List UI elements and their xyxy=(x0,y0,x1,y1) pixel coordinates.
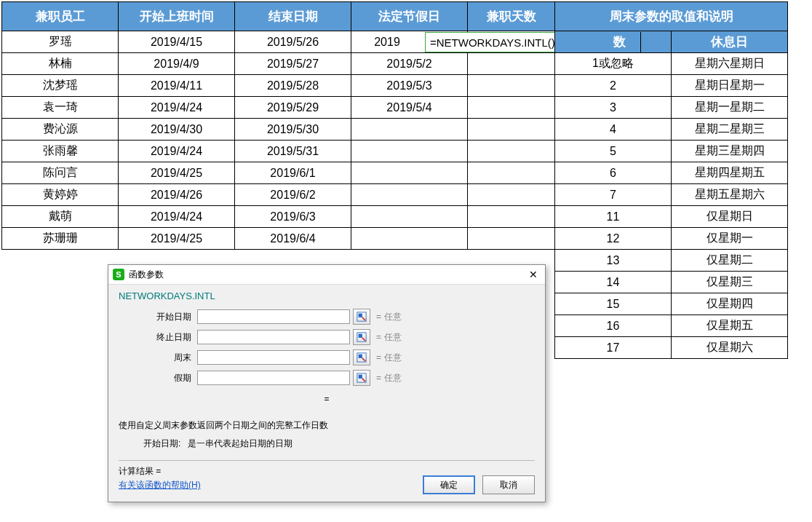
cell[interactable]: 2019/4/24 xyxy=(119,141,235,162)
cell[interactable]: 2019/5/3 xyxy=(351,75,468,97)
cell[interactable]: 13 xyxy=(555,250,672,272)
cell[interactable]: 2019/5/31 xyxy=(235,141,351,162)
cell[interactable]: 星期一星期二 xyxy=(672,97,788,119)
cell[interactable]: 仅星期一 xyxy=(672,228,788,250)
cell[interactable]: 7 xyxy=(555,184,672,206)
cell[interactable]: 2019/4/25 xyxy=(119,228,235,250)
cell[interactable]: 2019/5/4 xyxy=(351,97,468,119)
table-row[interactable]: 沈梦瑶2019/4/112019/5/282019/5/3 xyxy=(2,75,555,97)
cell-days[interactable] xyxy=(468,141,555,162)
col-holiday[interactable]: 法定节假日 xyxy=(351,2,468,31)
cell[interactable]: 11 xyxy=(555,206,672,228)
cell[interactable]: 5 xyxy=(555,141,672,162)
cell[interactable]: 15 xyxy=(555,293,672,315)
cell[interactable]: 星期五星期六 xyxy=(672,184,788,206)
cell[interactable]: 2019/5/28 xyxy=(235,75,351,97)
cell[interactable]: 仅星期六 xyxy=(672,337,788,359)
table-row[interactable]: 费沁源2019/4/302019/5/30 xyxy=(2,119,555,141)
cell[interactable] xyxy=(351,228,468,250)
cell[interactable]: 苏珊珊 xyxy=(2,228,119,250)
cell[interactable]: 2019/4/25 xyxy=(119,162,235,184)
cell[interactable]: 2 xyxy=(555,75,672,97)
table-row[interactable]: 4星期二星期三 xyxy=(555,119,788,141)
range-picker-icon[interactable] xyxy=(353,309,370,325)
table-row[interactable]: 3星期一星期二 xyxy=(555,97,788,119)
cell[interactable]: 16 xyxy=(555,315,672,337)
cell[interactable] xyxy=(351,184,468,206)
cell[interactable]: 6 xyxy=(555,162,672,184)
cell[interactable] xyxy=(351,162,468,184)
cell-days[interactable] xyxy=(468,97,555,119)
col-param-visible[interactable]: 数 xyxy=(598,32,641,53)
arg-input[interactable] xyxy=(197,309,350,324)
cell[interactable]: 张雨馨 xyxy=(2,141,119,162)
cell-days[interactable] xyxy=(468,184,555,206)
range-picker-icon[interactable] xyxy=(353,329,370,345)
table-row[interactable]: 袁一琦2019/4/242019/5/292019/5/4 xyxy=(2,97,555,119)
cell-days[interactable] xyxy=(468,228,555,250)
cell[interactable]: 仅星期三 xyxy=(672,272,788,293)
cell[interactable]: 2019/4/9 xyxy=(119,53,235,75)
cell[interactable]: 2019/4/24 xyxy=(119,206,235,228)
cell-days[interactable] xyxy=(468,75,555,97)
cell[interactable] xyxy=(351,119,468,141)
cell[interactable]: 仅星期日 xyxy=(672,206,788,228)
cell[interactable]: 2019/5/2 xyxy=(351,53,468,75)
cell[interactable]: 费沁源 xyxy=(2,119,119,141)
cell[interactable]: 2019/5/29 xyxy=(235,97,351,119)
table-row[interactable]: 张雨馨2019/4/242019/5/31 xyxy=(2,141,555,162)
ok-button[interactable]: 确定 xyxy=(423,475,475,494)
cell[interactable]: 2019/6/2 xyxy=(235,184,351,206)
cell[interactable] xyxy=(351,206,468,228)
cell[interactable]: 12 xyxy=(555,228,672,250)
table-row[interactable]: 15仅星期四 xyxy=(555,293,788,315)
cell[interactable]: 2019/4/24 xyxy=(119,97,235,119)
arg-input[interactable] xyxy=(197,350,350,365)
weekend-table[interactable]: 周末参数的取值和说明 休息日 1或忽略星期六星期日2星期日星期一3星期一星期二4… xyxy=(554,1,788,359)
cell[interactable]: 4 xyxy=(555,119,672,141)
cell-days[interactable] xyxy=(468,162,555,184)
close-icon[interactable]: ✕ xyxy=(526,265,541,284)
cell[interactable]: 沈梦瑶 xyxy=(2,75,119,97)
cell[interactable]: 袁一琦 xyxy=(2,97,119,119)
arg-input[interactable] xyxy=(197,371,350,385)
cell[interactable]: 黄婷婷 xyxy=(2,184,119,206)
table-row[interactable]: 5星期三星期四 xyxy=(555,141,788,162)
cell[interactable]: 林楠 xyxy=(2,53,119,75)
col-start[interactable]: 开始上班时间 xyxy=(119,2,235,31)
table-row[interactable]: 11仅星期日 xyxy=(555,206,788,228)
cell[interactable]: 14 xyxy=(555,272,672,293)
col-rest[interactable]: 休息日 xyxy=(672,31,788,53)
table-row[interactable]: 林楠2019/4/92019/5/272019/5/2 xyxy=(2,53,555,75)
cell[interactable]: 3 xyxy=(555,97,672,119)
cell[interactable]: 戴萌 xyxy=(2,206,119,228)
table-row[interactable]: 13仅星期二 xyxy=(555,250,788,272)
cell[interactable]: 星期六星期日 xyxy=(672,53,788,75)
table-row[interactable]: 1或忽略星期六星期日 xyxy=(555,53,788,75)
cell[interactable]: 17 xyxy=(555,337,672,359)
cell-days[interactable] xyxy=(468,53,555,75)
cell-days[interactable] xyxy=(468,119,555,141)
table-row[interactable]: 苏珊珊2019/4/252019/6/4 xyxy=(2,228,555,250)
cell[interactable]: 2019/5/30 xyxy=(235,119,351,141)
cell[interactable]: 1或忽略 xyxy=(555,53,672,75)
cell[interactable]: 2019/4/15 xyxy=(119,31,235,53)
cell[interactable]: 2019/5/27 xyxy=(235,53,351,75)
col-end[interactable]: 结束日期 xyxy=(235,2,351,31)
cell[interactable]: 星期四星期五 xyxy=(672,162,788,184)
cell[interactable]: 陈问言 xyxy=(2,162,119,184)
cell[interactable]: 2019/4/11 xyxy=(119,75,235,97)
cell[interactable] xyxy=(351,141,468,162)
table-row[interactable]: 17仅星期六 xyxy=(555,337,788,359)
cell[interactable]: 星期日星期一 xyxy=(672,75,788,97)
help-link[interactable]: 有关该函数的帮助(H) xyxy=(119,479,201,491)
cell[interactable]: 仅星期五 xyxy=(672,315,788,337)
cell[interactable]: 2019/6/1 xyxy=(235,162,351,184)
cell[interactable]: 罗瑶 xyxy=(2,31,119,53)
cell[interactable]: 2019/6/4 xyxy=(235,228,351,250)
cell-d2-partial[interactable]: 2019 xyxy=(352,32,422,52)
cancel-button[interactable]: 取消 xyxy=(482,475,535,494)
dialog-titlebar[interactable]: S 函数参数 ✕ xyxy=(108,265,545,285)
cell[interactable]: 2019/4/30 xyxy=(119,119,235,141)
col-days[interactable]: 兼职天数 xyxy=(468,2,555,31)
